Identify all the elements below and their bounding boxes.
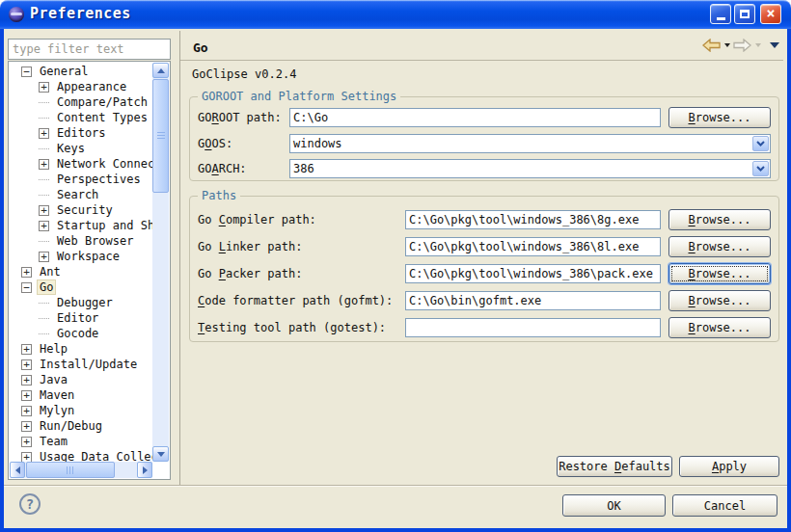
expander-icon[interactable]	[21, 390, 32, 401]
goroot-path-field[interactable]: C:\Go	[289, 108, 661, 127]
tree-item[interactable]: Editor	[10, 310, 152, 326]
view-menu-icon[interactable]	[770, 42, 779, 48]
tree-item[interactable]: Appearance	[10, 79, 152, 94]
tree-item[interactable]: Mylyn	[10, 403, 152, 418]
tree-item[interactable]: Usage Data Collect	[10, 449, 152, 462]
path-row: Go Compiler path: C:\Go\pkg\tool\windows…	[198, 209, 771, 230]
tree-item[interactable]: Maven	[10, 387, 152, 403]
expander-icon[interactable]	[39, 333, 49, 334]
browse-button[interactable]: Browse...	[668, 317, 771, 338]
goarch-combo-value: 386	[290, 160, 751, 177]
tree-item[interactable]: Ant	[10, 264, 152, 279]
expander-icon[interactable]	[21, 437, 32, 447]
expander-icon[interactable]	[39, 102, 49, 103]
expander-icon[interactable]	[39, 318, 49, 319]
goos-combo[interactable]: windows	[289, 134, 771, 153]
vertical-scroll-thumb[interactable]	[152, 79, 169, 193]
help-button[interactable]: ?	[19, 493, 41, 515]
tree-item[interactable]: Network Connect	[10, 156, 152, 172]
minimize-button[interactable]	[710, 4, 731, 24]
tree-vertical-scrollbar[interactable]	[152, 63, 169, 462]
expander-icon[interactable]	[21, 344, 32, 355]
apply-button[interactable]: Apply	[679, 456, 779, 477]
tree-item[interactable]: Editors	[10, 125, 152, 141]
scroll-right-button[interactable]	[137, 462, 152, 478]
expander-icon[interactable]	[21, 66, 32, 77]
path-input[interactable]: C:\Go\pkg\tool\windows_386\pack.exe	[405, 264, 661, 283]
restore-defaults-button[interactable]: Restore Defaults	[557, 456, 672, 477]
expander-icon[interactable]	[39, 159, 49, 170]
path-input[interactable]: C:\Go\pkg\tool\windows_386\8g.exe	[405, 210, 661, 229]
tree-item[interactable]: Keys	[10, 141, 152, 156]
expander-icon[interactable]	[39, 118, 49, 119]
tree-horizontal-scrollbar[interactable]	[10, 462, 152, 478]
browse-button[interactable]: Browse...	[668, 209, 771, 230]
expander-icon[interactable]	[39, 205, 49, 216]
expander-icon[interactable]	[21, 406, 32, 416]
preferences-dialog: Preferences × General Appearance Compare…	[0, 0, 791, 532]
filter-input[interactable]	[8, 39, 171, 60]
path-input[interactable]	[405, 318, 661, 337]
tree-item[interactable]: Java	[10, 372, 152, 387]
browse-button[interactable]: Browse...	[668, 236, 771, 257]
tree-item[interactable]: Debugger	[10, 295, 152, 310]
scroll-left-button[interactable]	[10, 462, 25, 478]
back-menu-caret-icon[interactable]	[724, 43, 730, 47]
expander-icon[interactable]	[39, 252, 49, 262]
tree-item[interactable]: Team	[10, 434, 152, 449]
tree-item-label: Maven	[37, 387, 77, 403]
expander-icon[interactable]	[21, 421, 32, 432]
scroll-up-button[interactable]	[152, 63, 169, 78]
path-input[interactable]: C:\Go\bin\gofmt.exe	[405, 291, 661, 310]
header-separator	[180, 60, 783, 61]
tree-item[interactable]: Workspace	[10, 249, 152, 264]
tree-item[interactable]: Gocode	[10, 326, 152, 341]
back-button[interactable]	[702, 39, 721, 52]
tree-item[interactable]: Search	[10, 187, 152, 202]
maximize-button[interactable]	[734, 4, 755, 24]
tree-item[interactable]: Run/Debug	[10, 418, 152, 434]
cancel-button[interactable]: Cancel	[672, 494, 777, 517]
tree-item[interactable]: General	[10, 64, 152, 79]
browse-button[interactable]: Browse...	[668, 290, 771, 311]
expander-icon[interactable]	[21, 452, 32, 463]
tree-item-label: Usage Data Collect	[37, 449, 152, 462]
expander-icon[interactable]	[39, 179, 49, 180]
horizontal-scroll-thumb[interactable]	[26, 462, 115, 478]
tree-item-label: Security	[54, 202, 116, 218]
minimize-icon	[717, 17, 725, 20]
goarch-dropdown-button[interactable]	[752, 161, 769, 176]
path-row: Go Linker path: C:\Go\pkg\tool\windows_3…	[198, 236, 771, 257]
goarch-combo[interactable]: 386	[289, 159, 771, 178]
expander-icon[interactable]	[39, 148, 49, 149]
tree-item[interactable]: Content Types	[10, 110, 152, 125]
tree-item[interactable]: Help	[10, 341, 152, 357]
tree-item[interactable]: Security	[10, 202, 152, 218]
expander-icon[interactable]	[21, 267, 32, 278]
tree-item[interactable]: Go	[10, 279, 152, 295]
expander-icon[interactable]	[21, 359, 32, 370]
expander-icon[interactable]	[39, 128, 49, 139]
ok-button[interactable]: OK	[562, 494, 666, 517]
close-button[interactable]: ×	[760, 4, 781, 24]
expander-icon[interactable]	[39, 241, 49, 242]
scroll-down-button[interactable]	[152, 446, 169, 462]
expander-icon[interactable]	[39, 221, 49, 231]
title-bar[interactable]: Preferences ×	[0, 0, 791, 29]
goos-dropdown-button[interactable]	[752, 136, 769, 151]
expander-icon[interactable]	[39, 82, 49, 93]
tree-item[interactable]: Perspectives	[10, 172, 152, 187]
forward-button[interactable]	[733, 39, 751, 52]
expander-icon[interactable]	[21, 375, 32, 386]
expander-icon[interactable]	[21, 282, 32, 293]
expander-icon[interactable]	[39, 303, 49, 304]
tree-item[interactable]: Web Browser	[10, 233, 152, 249]
tree-item[interactable]: Install/Update	[10, 357, 152, 372]
goroot-browse-button[interactable]: Browse...	[668, 107, 771, 128]
tree-item[interactable]: Compare/Patch	[10, 94, 152, 110]
browse-button[interactable]: Browse...	[668, 263, 771, 284]
tree-item[interactable]: Startup and Shu	[10, 218, 152, 233]
tree-item-label: Go	[37, 279, 56, 295]
path-input[interactable]: C:\Go\pkg\tool\windows_386\8l.exe	[405, 237, 661, 256]
expander-icon[interactable]	[39, 195, 49, 196]
